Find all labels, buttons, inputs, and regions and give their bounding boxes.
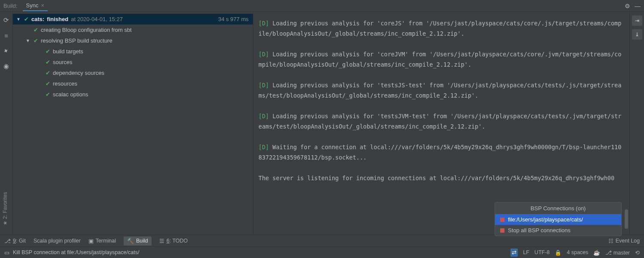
tree-row[interactable]: ✔creating Bloop configuration from sbt xyxy=(13,25,253,35)
tab-build[interactable]: 🔨 Build xyxy=(124,236,152,246)
scroll-to-end-icon[interactable]: ⤓ xyxy=(632,29,642,40)
console-line: [D] Waiting for a connection at local://… xyxy=(258,142,624,163)
debug-tag: [D] xyxy=(258,51,273,58)
tab-event-log[interactable]: ☷ Event Log xyxy=(608,238,640,244)
favorites-tool-tab[interactable]: ★ 2: Favorites xyxy=(0,185,10,232)
status-message: Kill BSP connection at file:/Users/jast/… xyxy=(13,249,139,255)
check-icon: ✔ xyxy=(46,80,50,87)
check-icon: ✔ xyxy=(33,37,38,44)
list-icon: ☰ xyxy=(159,238,164,244)
tree-row[interactable]: ✔build targets xyxy=(13,46,253,57)
tree-row[interactable]: ✔scalac options xyxy=(13,89,253,100)
eye-icon[interactable]: ◉ xyxy=(3,62,9,70)
console-line: [D] Loading previous analysis for 'tests… xyxy=(258,111,624,132)
git-branch-widget[interactable]: ⎇ master xyxy=(605,249,630,256)
stop-icon[interactable]: ■ xyxy=(4,32,8,39)
tree-row[interactable]: ✔sources xyxy=(13,57,253,68)
tab-todo[interactable]: ☰ 6: TODO xyxy=(159,238,188,244)
gear-icon[interactable]: ⚙ xyxy=(625,3,630,9)
build-panel-body: ⟳ ■ ✦ ◉ ▼ ✔ cats: finished at 2020-04-01… xyxy=(0,12,644,235)
bottom-tool-tabs: ⎇ 9: Git Scala plugin profiler ▣ Termina… xyxy=(0,235,644,246)
log-icon: ☷ xyxy=(608,238,614,244)
lock-icon[interactable]: 🔒 xyxy=(555,249,562,256)
debug-tag: [D] xyxy=(258,144,273,150)
tab-scala-profiler[interactable]: Scala plugin profiler xyxy=(33,238,81,244)
console-actions-gutter: ⇥ ⤓ xyxy=(629,12,644,235)
tree-item-label: build targets xyxy=(53,48,83,55)
git-label: 9: Git xyxy=(13,238,26,244)
console-line: [D] Loading previous analysis for 'coreJ… xyxy=(258,18,624,39)
build-tool-window-header: Build: Sync × ⚙ — xyxy=(0,0,644,12)
debug-tag: [D] xyxy=(258,113,273,120)
stop-square-icon xyxy=(500,228,504,233)
tab-git[interactable]: ⎇ 9: Git xyxy=(4,238,26,244)
bsp-connection-path: file:/Users/jast/playspace/cats/ xyxy=(508,216,583,223)
hammer-icon: 🔨 xyxy=(127,238,134,244)
tree-item-label: dependency sources xyxy=(53,70,104,76)
todo-label: 6: TODO xyxy=(167,238,188,244)
tree-root-row[interactable]: ▼ ✔ cats: finished at 2020-04-01, 15:27 … xyxy=(13,14,253,25)
encoding[interactable]: UTF-8 xyxy=(535,249,550,255)
sync-icon[interactable]: ⟲ xyxy=(635,249,640,256)
pin-icon[interactable]: ✦ xyxy=(2,46,10,55)
status-icon: ▭ xyxy=(4,249,9,256)
build-root-status: finished xyxy=(47,16,68,22)
console-line: [D] Loading previous analysis for 'coreJ… xyxy=(258,49,624,70)
line-separator[interactable]: LF xyxy=(523,249,529,255)
build-tree: ▼ ✔ cats: finished at 2020-04-01, 15:27 … xyxy=(13,12,253,235)
tree-item-label: creating Bloop configuration from sbt xyxy=(41,27,132,33)
bsp-stop-all[interactable]: Stop all BSP connections xyxy=(495,225,621,236)
bsp-stop-all-label: Stop all BSP connections xyxy=(508,227,571,233)
soft-wrap-icon[interactable]: ⇥ xyxy=(632,15,642,26)
scala-profiler-label: Scala plugin profiler xyxy=(33,238,81,244)
build-console[interactable]: [D] Loading previous analysis for 'coreJ… xyxy=(253,12,629,235)
console-scrollbar[interactable] xyxy=(625,14,629,233)
chevron-down-icon[interactable]: ▼ xyxy=(16,17,21,22)
event-log-label: Event Log xyxy=(616,238,640,244)
debug-tag: [D] xyxy=(258,20,273,27)
tree-item-label: resources xyxy=(53,80,77,87)
build-duration: 34 s 977 ms xyxy=(218,16,249,22)
panel-label: Build: xyxy=(3,3,18,9)
popup-title: BSP Connections (on) xyxy=(495,203,621,214)
tree-row[interactable]: ▼✔resolving BSP build structure xyxy=(13,35,253,46)
favorites-label: ★ 2: Favorites xyxy=(2,192,8,225)
bsp-connection-item[interactable]: file:/Users/jast/playspace/cats/ xyxy=(495,214,621,225)
refresh-icon[interactable]: ⟳ xyxy=(3,16,9,24)
check-icon: ✔ xyxy=(33,27,38,33)
terminal-icon: ▣ xyxy=(88,238,94,244)
indent-widget[interactable]: 4 spaces xyxy=(567,249,588,255)
check-icon: ✔ xyxy=(46,48,50,55)
tree-row[interactable]: ✔dependency sources xyxy=(13,68,253,78)
console-line: [D] Loading previous analysis for 'tests… xyxy=(258,80,624,101)
console-line: The server is listening for incoming con… xyxy=(258,173,624,183)
tree-item-label: resolving BSP build structure xyxy=(41,37,112,44)
tab-terminal[interactable]: ▣ Terminal xyxy=(88,238,116,244)
bsp-widget-icon[interactable]: ⇄ xyxy=(510,249,518,257)
tab-label: Sync xyxy=(26,2,39,9)
branch-icon: ⎇ xyxy=(4,238,11,244)
heap-icon[interactable]: ☕ xyxy=(593,249,600,256)
bsp-connections-popup: BSP Connections (on) file:/Users/jast/pl… xyxy=(495,202,622,236)
build-root-time: at 2020-04-01, 15:27 xyxy=(71,16,123,22)
build-label: Build xyxy=(136,238,148,244)
chevron-down-icon[interactable]: ▼ xyxy=(26,38,31,43)
check-icon: ✔ xyxy=(46,70,50,76)
status-bar: ▭ Kill BSP connection at file:/Users/jas… xyxy=(0,246,644,258)
terminal-label: Terminal xyxy=(96,238,116,244)
tab-sync[interactable]: Sync × xyxy=(23,0,48,11)
tree-item-label: sources xyxy=(53,59,73,65)
close-icon[interactable]: × xyxy=(41,2,44,9)
build-root-name: cats: xyxy=(31,16,44,22)
check-icon: ✔ xyxy=(24,16,29,22)
stop-square-icon xyxy=(500,218,504,222)
tree-item-label: scalac options xyxy=(53,91,88,98)
scrollbar-thumb[interactable] xyxy=(625,209,628,229)
minimize-icon[interactable]: — xyxy=(635,3,641,9)
debug-tag: [D] xyxy=(258,82,273,89)
check-icon: ✔ xyxy=(46,91,50,98)
check-icon: ✔ xyxy=(46,59,50,65)
tree-row[interactable]: ✔resources xyxy=(13,78,253,89)
